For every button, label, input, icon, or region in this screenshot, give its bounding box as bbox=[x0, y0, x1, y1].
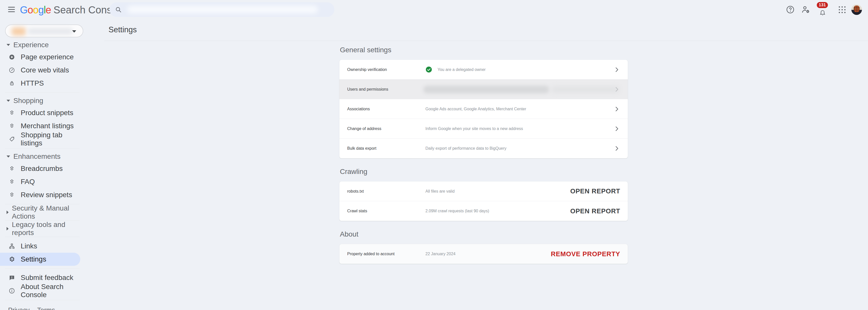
sidebar-item-faq[interactable]: FAQ bbox=[0, 175, 83, 188]
help-button[interactable] bbox=[786, 5, 795, 14]
rich-result-icon bbox=[8, 165, 15, 172]
property-selector[interactable] bbox=[5, 25, 83, 37]
main-content: Settings General settings Ownership veri… bbox=[83, 19, 868, 310]
row-value-text: All files are valid bbox=[426, 189, 455, 194]
property-name-redacted bbox=[28, 28, 73, 35]
redacted-value-blur bbox=[424, 86, 549, 93]
crawling-card: robots.txt All files are valid OPEN REPO… bbox=[339, 182, 628, 221]
row-value-text: 2.09M crawl requests (last 90 days) bbox=[426, 209, 489, 213]
sidebar-section-legacy-tools[interactable]: Legacy tools and reports bbox=[0, 223, 83, 234]
row-value-text: 22 January 2024 bbox=[426, 252, 456, 256]
section-heading-general-settings: General settings bbox=[340, 46, 628, 54]
page-title: Settings bbox=[108, 25, 137, 35]
rich-result-icon bbox=[8, 110, 15, 116]
tag-icon bbox=[8, 136, 15, 143]
manage-users-button[interactable] bbox=[801, 5, 810, 14]
row-value-text: Inform Google when your site moves to a … bbox=[426, 126, 523, 131]
section-heading-about: About bbox=[340, 230, 628, 239]
row-value-text: You are a delegated owner bbox=[437, 67, 486, 72]
logo-letter: o bbox=[33, 4, 38, 16]
row-value: 22 January 2024 bbox=[426, 252, 456, 256]
expand-triangle-icon bbox=[6, 211, 8, 214]
row-label: robots.txt bbox=[347, 189, 426, 194]
chevron-right-icon bbox=[613, 125, 620, 132]
sidebar-item-label: Links bbox=[21, 242, 37, 250]
row-change-of-address[interactable]: Change of address Inform Google when you… bbox=[339, 119, 628, 138]
sidebar-item-page-experience[interactable]: Page experience bbox=[0, 51, 83, 64]
row-value: You are a delegated owner bbox=[426, 66, 486, 73]
sidebar-item-links[interactable]: Links bbox=[0, 240, 83, 253]
sidebar-item-review-snippets[interactable]: Review snippets bbox=[0, 188, 83, 202]
collapse-triangle-icon bbox=[6, 44, 10, 46]
open-report-button[interactable]: OPEN REPORT bbox=[570, 187, 620, 195]
open-report-button[interactable]: OPEN REPORT bbox=[570, 207, 620, 215]
sidebar: Experience Page experience Core web vita… bbox=[0, 19, 83, 310]
row-associations[interactable]: Associations Google Ads account, Google … bbox=[339, 99, 628, 119]
avatar-photo bbox=[854, 5, 860, 12]
row-label: Change of address bbox=[347, 126, 426, 131]
sidebar-section-enhancements[interactable]: Enhancements bbox=[0, 151, 83, 162]
row-label: Bulk data export bbox=[347, 146, 426, 151]
account-avatar[interactable] bbox=[851, 4, 862, 15]
sidebar-section-experience[interactable]: Experience bbox=[0, 39, 83, 51]
links-tree-icon bbox=[8, 243, 15, 249]
row-bulk-data-export[interactable]: Bulk data export Daily export of perform… bbox=[339, 138, 628, 158]
sidebar-item-merchant-listings[interactable]: Merchant listings bbox=[0, 119, 83, 132]
logo-letter: o bbox=[28, 4, 33, 16]
expand-triangle-icon bbox=[6, 227, 8, 230]
sidebar-item-label: Core web vitals bbox=[21, 66, 69, 74]
row-value-text: Google Ads account, Google Analytics, Me… bbox=[426, 107, 526, 111]
section-label: Experience bbox=[13, 41, 49, 49]
sidebar-item-shopping-tab-listings[interactable]: Shopping tab listings bbox=[0, 132, 83, 146]
core-web-vitals-icon bbox=[8, 67, 15, 73]
row-crawl-stats: Crawl stats 2.09M crawl requests (last 9… bbox=[339, 201, 628, 221]
search-icon bbox=[115, 6, 122, 13]
logo-letter: g bbox=[38, 4, 44, 16]
sidebar-item-label: Merchant listings bbox=[21, 122, 74, 130]
logo-letter: G bbox=[20, 4, 28, 16]
row-label: Associations bbox=[347, 107, 426, 111]
sidebar-section-shopping[interactable]: Shopping bbox=[0, 95, 83, 106]
sidebar-divider bbox=[5, 268, 80, 269]
notifications-badge: 131 bbox=[817, 2, 828, 8]
sidebar-section-security-manual-actions[interactable]: Security & Manual Actions bbox=[0, 207, 83, 218]
sidebar-item-breadcrumbs[interactable]: Breadcrumbs bbox=[0, 162, 83, 175]
rich-result-icon bbox=[8, 192, 15, 198]
row-property-added: Property added to account 22 January 202… bbox=[339, 244, 628, 264]
section-label: Enhancements bbox=[13, 153, 61, 160]
remove-property-button[interactable]: REMOVE PROPERTY bbox=[551, 250, 620, 258]
search-input[interactable] bbox=[126, 2, 325, 17]
page-experience-icon bbox=[8, 54, 15, 60]
sidebar-footer: Privacy Terms bbox=[0, 303, 83, 310]
sidebar-item-label: Submit feedback bbox=[21, 274, 73, 282]
row-robots-txt: robots.txt All files are valid OPEN REPO… bbox=[339, 182, 628, 201]
sidebar-item-product-snippets[interactable]: Product snippets bbox=[0, 106, 83, 119]
row-label: Ownership verification bbox=[347, 67, 426, 72]
sidebar-item-label: Product snippets bbox=[21, 109, 73, 117]
row-label: Property added to account bbox=[347, 252, 426, 256]
top-bar: GoogleSearch Console 131 bbox=[0, 0, 868, 19]
https-lock-icon bbox=[8, 80, 15, 87]
url-inspection-searchbox[interactable] bbox=[110, 2, 334, 17]
sidebar-item-about-search-console[interactable]: About Search Console bbox=[0, 284, 83, 298]
row-value-text: Daily export of performance data to BigQ… bbox=[426, 146, 506, 151]
sidebar-item-submit-feedback[interactable]: Submit feedback bbox=[0, 271, 83, 284]
caret-down-icon bbox=[72, 30, 76, 33]
hamburger-menu-icon[interactable] bbox=[8, 7, 15, 12]
row-users-and-permissions[interactable]: Users and permissions bbox=[339, 80, 628, 99]
privacy-link[interactable]: Privacy bbox=[8, 306, 30, 310]
bell-icon bbox=[819, 9, 826, 17]
google-apps-button[interactable] bbox=[835, 6, 845, 13]
sidebar-item-https[interactable]: HTTPS bbox=[0, 77, 83, 90]
sidebar-item-core-web-vitals[interactable]: Core web vitals bbox=[0, 64, 83, 77]
chevron-right-icon bbox=[613, 86, 620, 93]
terms-link[interactable]: Terms bbox=[37, 306, 55, 310]
notifications-button[interactable]: 131 bbox=[816, 2, 829, 18]
sidebar-item-settings[interactable]: Settings bbox=[0, 253, 80, 266]
row-ownership-verification[interactable]: Ownership verification You are a delegat… bbox=[339, 60, 628, 80]
row-value: Inform Google when your site moves to a … bbox=[426, 126, 523, 131]
row-label: Crawl stats bbox=[347, 209, 426, 213]
collapse-triangle-icon bbox=[6, 100, 10, 102]
user-settings-icon bbox=[801, 5, 810, 14]
row-value: All files are valid bbox=[426, 189, 455, 194]
